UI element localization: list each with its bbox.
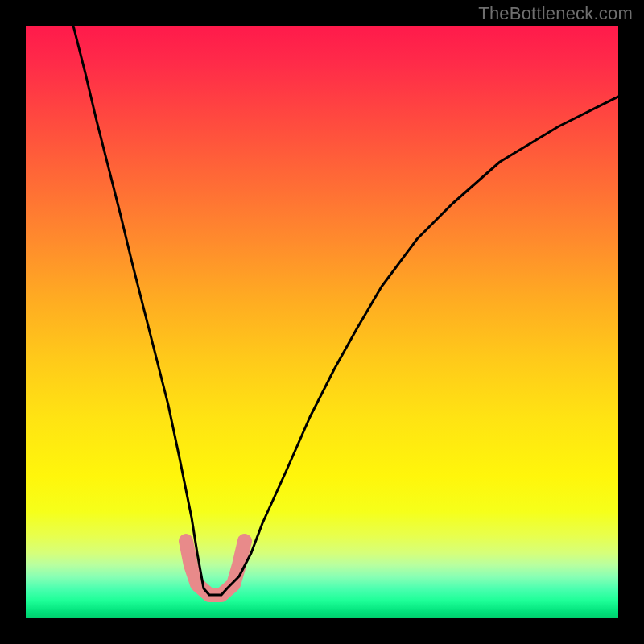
watermark-text: TheBottleneck.com (478, 3, 633, 24)
curve-layer (26, 26, 618, 618)
plot-area (26, 26, 618, 618)
chart-frame: TheBottleneck.com (0, 0, 644, 644)
bottleneck-curve (73, 26, 618, 595)
valley-marker (186, 541, 245, 595)
